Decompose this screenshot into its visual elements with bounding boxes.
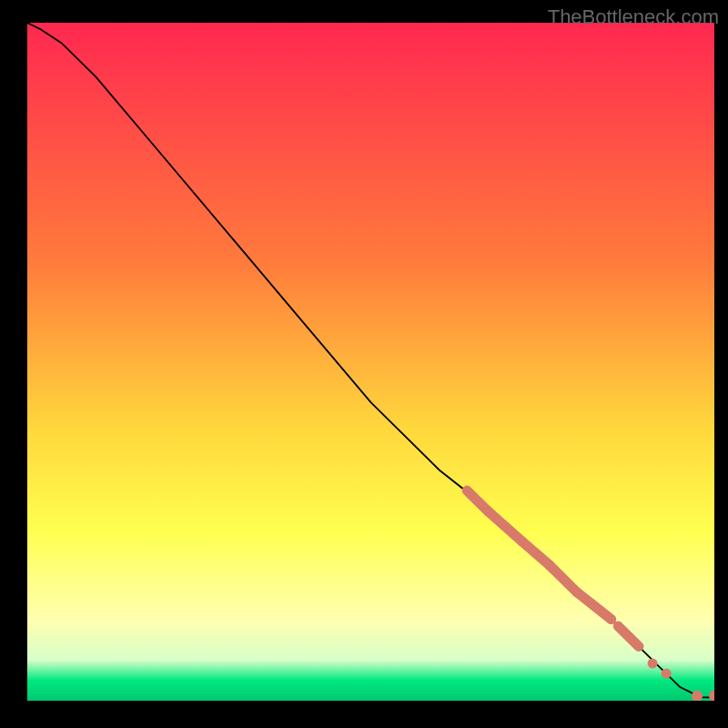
gradient-background: [27, 23, 714, 701]
plot-area: [27, 23, 714, 701]
watermark-text: TheBottleneck.com: [548, 5, 719, 29]
svg-rect-0: [27, 23, 714, 701]
